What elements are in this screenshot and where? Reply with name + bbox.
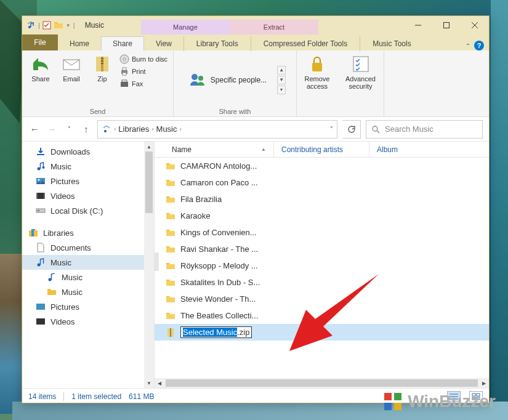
search-box[interactable]: Search Music — [366, 120, 483, 139]
scroll-right-icon[interactable]: ▶ — [479, 378, 489, 388]
manage-context-tab[interactable]: Manage — [141, 20, 230, 34]
column-name[interactable]: Name▲ — [164, 142, 274, 157]
scroll-left-icon[interactable]: ◀ — [155, 378, 164, 388]
home-tab[interactable]: Home — [58, 36, 101, 51]
recent-locations-button[interactable]: ˅ — [63, 126, 75, 132]
details-icon — [450, 393, 458, 400]
help-icon[interactable]: ? — [474, 41, 484, 50]
list-item[interactable]: Kings of Convenien... — [166, 224, 489, 241]
refresh-button[interactable] — [342, 120, 361, 139]
nav-lib-music-sub1[interactable]: Music — [22, 270, 154, 285]
fax-label: Fax — [132, 80, 143, 87]
compressed-tools-tab[interactable]: Compressed Folder Tools — [251, 36, 360, 51]
list-item[interactable]: Stevie Wonder - Th... — [166, 291, 489, 307]
minimize-button[interactable] — [404, 16, 432, 34]
email-button[interactable]: Email — [58, 53, 85, 84]
large-icons-view-button[interactable] — [469, 391, 483, 402]
title-bar[interactable]: | ▼ | Music Manage Extract — [22, 16, 489, 34]
nav-videos[interactable]: Videos — [22, 188, 154, 203]
breadcrumb-music[interactable]: Music — [156, 124, 177, 134]
fax-button[interactable]: Fax — [119, 79, 167, 89]
maximize-button[interactable] — [432, 16, 461, 34]
svg-line-24 — [377, 131, 379, 133]
zip-icon — [92, 54, 112, 74]
people-icon — [188, 71, 207, 89]
chevron-right-icon[interactable]: › — [151, 126, 153, 132]
svg-rect-41 — [36, 318, 45, 325]
window-controls — [404, 16, 489, 34]
list-item[interactable]: Skatalites In Dub - S... — [166, 274, 489, 291]
list-item[interactable]: Ravi Shankar - The ... — [166, 241, 489, 257]
horizontal-scrollbar[interactable]: ◀ ▶ — [155, 378, 489, 388]
separator-icon — [63, 392, 64, 401]
details-view-button[interactable] — [447, 391, 461, 402]
file-tab[interactable]: File — [22, 34, 58, 50]
nav-lib-music[interactable]: Music — [22, 255, 154, 270]
zip-button[interactable]: Zip — [89, 53, 116, 84]
dropdown-icon[interactable]: ▾ — [277, 86, 286, 94]
up-button[interactable]: ↑ — [80, 124, 92, 134]
list-item[interactable]: The Beatles Collecti... — [166, 307, 489, 324]
forward-button[interactable]: → — [46, 124, 58, 134]
fax-icon — [119, 79, 129, 89]
nav-downloads[interactable]: Downloads — [22, 144, 154, 159]
nav-libraries[interactable]: Libraries — [22, 225, 154, 240]
properties-icon[interactable] — [42, 21, 51, 30]
scroll-down-icon[interactable]: ▼ — [144, 378, 154, 388]
share-button[interactable]: Share — [27, 53, 54, 84]
scroll-down-icon[interactable]: ▼ — [277, 76, 286, 84]
view-tab[interactable]: View — [144, 36, 183, 51]
scroll-up-icon[interactable]: ▲ — [144, 142, 154, 151]
nav-lib-music-sub2[interactable]: Music — [22, 285, 154, 299]
nav-label: Documents — [50, 243, 91, 252]
file-name: Camaron con Paco ... — [180, 178, 258, 187]
file-name: CAMARON Antolog... — [180, 161, 257, 171]
list-item-renaming[interactable]: Selected Music.zip — [155, 324, 489, 341]
svg-point-29 — [38, 179, 40, 181]
list-item[interactable]: Karaoke — [166, 208, 489, 224]
column-artists[interactable]: Contributing artists — [274, 142, 369, 157]
music-library-icon — [102, 124, 111, 134]
nav-lib-pictures[interactable]: Pictures — [22, 299, 154, 314]
nav-label: Music — [50, 258, 71, 267]
list-item[interactable]: Röyksopp - Melody ... — [166, 257, 489, 274]
column-album[interactable]: Album — [369, 142, 431, 157]
share-tab[interactable]: Share — [101, 36, 144, 51]
specific-people-button[interactable]: Specific people... — [184, 67, 271, 94]
chevron-right-icon[interactable]: › — [180, 126, 182, 132]
extract-context-tab[interactable]: Extract — [230, 20, 318, 34]
nav-lib-documents[interactable]: Documents — [22, 240, 154, 255]
nav-lib-videos[interactable]: Videos — [22, 314, 154, 329]
svg-rect-17 — [122, 80, 127, 82]
rename-input[interactable]: Selected Music.zip — [180, 326, 252, 338]
list-item[interactable]: CAMARON Antolog... — [166, 158, 489, 174]
scrollbar-thumb[interactable] — [145, 151, 153, 213]
file-name: Stevie Wonder - Th... — [180, 294, 256, 304]
address-dropdown-icon[interactable]: ˅ — [330, 126, 333, 132]
back-button[interactable]: ← — [28, 124, 41, 134]
chevron-right-icon[interactable]: › — [114, 126, 116, 132]
nav-scrollbar[interactable]: ▲ ▼ — [144, 142, 154, 388]
scroll-up-icon[interactable]: ▲ — [277, 66, 286, 75]
list-item[interactable]: Camaron con Paco ... — [166, 174, 489, 191]
burn-button[interactable]: Burn to disc — [119, 54, 167, 64]
nav-pictures[interactable]: Pictures — [22, 174, 154, 188]
close-button[interactable] — [461, 16, 489, 34]
advanced-security-button[interactable]: Advanced security — [342, 53, 379, 91]
collapse-ribbon-button[interactable]: ⌃ — [466, 42, 470, 49]
svg-point-27 — [42, 166, 45, 169]
list-item[interactable]: Fila Brazilia — [166, 191, 489, 208]
scrollbar-thumb[interactable] — [166, 379, 478, 387]
print-button[interactable]: Print — [119, 67, 167, 76]
remove-access-button[interactable]: Remove access — [301, 53, 334, 91]
nav-music[interactable]: Music — [22, 159, 154, 174]
library-tools-tab[interactable]: Library Tools — [183, 36, 251, 51]
nav-local-disk[interactable]: Local Disk (C:) — [22, 203, 154, 218]
content-pane: Name▲ Contributing artists Album CAMARON… — [155, 142, 489, 388]
breadcrumb-libraries[interactable]: Libraries — [118, 124, 149, 134]
music-tools-tab[interactable]: Music Tools — [360, 36, 423, 51]
folder-icon[interactable] — [54, 20, 63, 30]
dropdown-icon[interactable]: ▼ — [66, 23, 71, 28]
file-list[interactable]: CAMARON Antolog... Camaron con Paco ... … — [155, 158, 489, 378]
address-bar[interactable]: › Libraries › Music › ˅ — [97, 120, 337, 139]
